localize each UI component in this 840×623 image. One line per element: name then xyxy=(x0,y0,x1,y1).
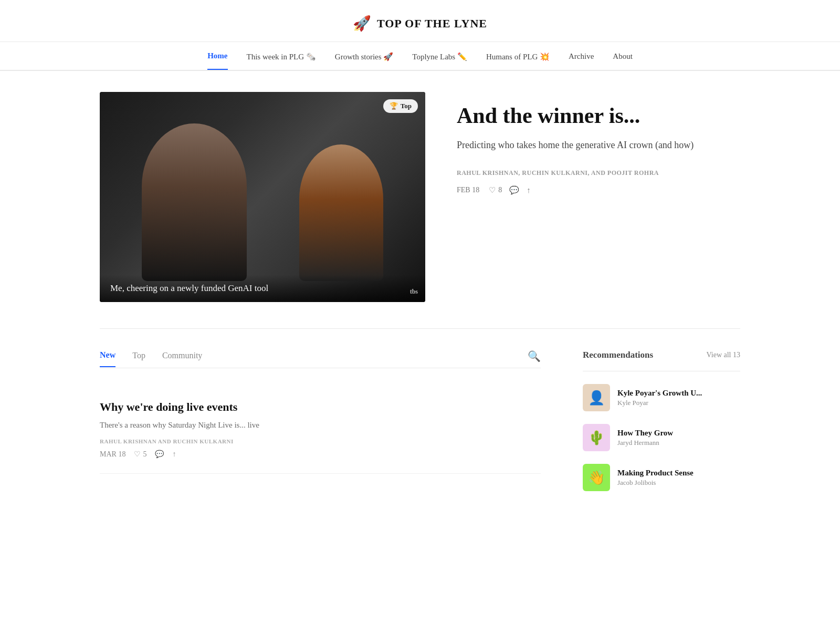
rec-avatar-making-product-sense: 👋 xyxy=(583,464,610,491)
heart-icon: ♡ xyxy=(489,185,496,195)
view-all-button[interactable]: View all 13 xyxy=(707,351,740,359)
site-name: TOP OF THE LYNE xyxy=(377,17,487,30)
person-silhouette-main xyxy=(142,123,247,281)
person-silhouette-secondary xyxy=(299,144,383,281)
nav-item-home[interactable]: Home xyxy=(207,51,227,70)
post-share-icon: ↑ xyxy=(172,450,176,459)
hero-title[interactable]: And the winner is... xyxy=(457,102,740,129)
recommendations-divider xyxy=(583,371,740,371)
logo-rocket-icon: 🚀 xyxy=(353,15,372,32)
post-comment-icon: 💬 xyxy=(155,450,164,459)
post-comment-button[interactable]: 💬 xyxy=(155,450,164,459)
rec-avatar-kyle: 👤 xyxy=(583,384,610,411)
recommendations-column: Recommendations View all 13 👤 Kyle Poyar… xyxy=(583,350,740,504)
rec-author-making-product-sense: Jacob Jolibois xyxy=(617,479,740,487)
recommendations-header: Recommendations View all 13 xyxy=(583,350,740,360)
post-heart-icon: ♡ xyxy=(134,450,141,459)
hero-share-button[interactable]: ↑ xyxy=(527,186,531,195)
post-meta: MAR 18 ♡ 5 💬 ↑ xyxy=(100,450,541,459)
rec-avatar-how-they-grow: 🌵 xyxy=(583,424,610,451)
recommendations-title: Recommendations xyxy=(583,350,653,360)
rec-info-making-product-sense: Making Product Sense Jacob Jolibois xyxy=(617,469,740,487)
nav-item-growth-stories[interactable]: Growth stories 🚀 xyxy=(335,52,394,70)
tab-community[interactable]: Community xyxy=(162,351,202,367)
hero-authors: RAHUL KRISHNAN, RUCHIN KULKARNI, AND POO… xyxy=(457,169,740,177)
post-authors: RAHUL KRISHNAN AND RUCHIN KULKARNI xyxy=(100,438,541,444)
post-date: MAR 18 xyxy=(100,450,125,459)
post-like-count: 5 xyxy=(143,450,146,459)
post-excerpt: There's a reason why Saturday Night Live… xyxy=(100,419,541,431)
badge-label: Top xyxy=(401,102,412,110)
posts-column: New Top Community 🔍 Why we're doing live… xyxy=(100,350,541,504)
site-logo[interactable]: 🚀 TOP OF THE LYNE xyxy=(353,15,487,32)
nav-item-humans-plg[interactable]: Humans of PLG 💥 xyxy=(486,52,550,70)
hero-content: And the winner is... Predicting who take… xyxy=(457,92,740,302)
rec-name-kyle: Kyle Poyar's Growth U... xyxy=(617,389,740,398)
hero-image-wrapper: Me, cheering on a newly funded GenAI too… xyxy=(100,92,425,302)
rec-info-how-they-grow: How They Grow Jaryd Hermann xyxy=(617,429,740,447)
hero-meta: FEB 18 ♡ 8 💬 ↑ xyxy=(457,185,740,195)
hero-subtitle: Predicting who takes home the generative… xyxy=(457,138,740,152)
tab-new[interactable]: New xyxy=(100,350,116,367)
hero-date: FEB 18 xyxy=(457,186,479,194)
rec-name-making-product-sense: Making Product Sense xyxy=(617,469,740,477)
post-title[interactable]: Why we're doing live events xyxy=(100,400,541,415)
post-item: Why we're doing live events There's a re… xyxy=(100,385,541,474)
rec-info-kyle: Kyle Poyar's Growth U... Kyle Poyar xyxy=(617,389,740,407)
post-like-button[interactable]: ♡ 5 xyxy=(134,450,146,459)
nav-wrapper: HomeThis week in PLG 🗞️Growth stories 🚀T… xyxy=(0,42,840,71)
tab-top[interactable]: Top xyxy=(132,351,145,367)
hero-like-count: 8 xyxy=(498,186,502,194)
hero-top-badge: 🏆 Top xyxy=(383,99,418,113)
rec-author-kyle: Kyle Poyar xyxy=(617,399,740,407)
page-body: Me, cheering on a newly funded GenAI too… xyxy=(79,71,761,525)
site-header: 🚀 TOP OF THE LYNE xyxy=(0,0,840,42)
hero-actions: ♡ 8 💬 ↑ xyxy=(489,185,531,195)
rec-author-how-they-grow: Jaryd Hermann xyxy=(617,439,740,447)
badge-icon: 🏆 xyxy=(390,102,398,110)
recommendation-item-making-product-sense[interactable]: 👋 Making Product Sense Jacob Jolibois xyxy=(583,464,740,491)
rec-name-how-they-grow: How They Grow xyxy=(617,429,740,438)
post-share-button[interactable]: ↑ xyxy=(172,450,176,459)
tbs-badge: tbs xyxy=(410,288,418,296)
comment-icon: 💬 xyxy=(509,185,519,195)
hero-caption: Me, cheering on a newly funded GenAI too… xyxy=(110,283,268,293)
hero-image-overlay: Me, cheering on a newly funded GenAI too… xyxy=(100,275,425,302)
hero-section: Me, cheering on a newly funded GenAI too… xyxy=(100,71,740,329)
content-grid: New Top Community 🔍 Why we're doing live… xyxy=(100,329,740,525)
tab-bar: New Top Community 🔍 xyxy=(100,350,541,368)
hero-image[interactable]: Me, cheering on a newly funded GenAI too… xyxy=(100,92,425,302)
recommendation-item-how-they-grow[interactable]: 🌵 How They Grow Jaryd Hermann xyxy=(583,424,740,451)
nav-item-about[interactable]: About xyxy=(613,52,633,69)
share-icon: ↑ xyxy=(527,186,531,195)
main-nav: HomeThis week in PLG 🗞️Growth stories 🚀T… xyxy=(0,42,840,70)
nav-item-this-week-plg[interactable]: This week in PLG 🗞️ xyxy=(247,52,316,70)
hero-comment-button[interactable]: 💬 xyxy=(509,185,519,195)
search-icon[interactable]: 🔍 xyxy=(528,350,541,368)
hero-like-button[interactable]: ♡ 8 xyxy=(489,185,502,195)
recommendation-item-kyle-poyar[interactable]: 👤 Kyle Poyar's Growth U... Kyle Poyar xyxy=(583,384,740,411)
nav-item-archive[interactable]: Archive xyxy=(569,52,594,69)
nav-item-toplyne-labs[interactable]: Toplyne Labs ✏️ xyxy=(412,52,467,70)
